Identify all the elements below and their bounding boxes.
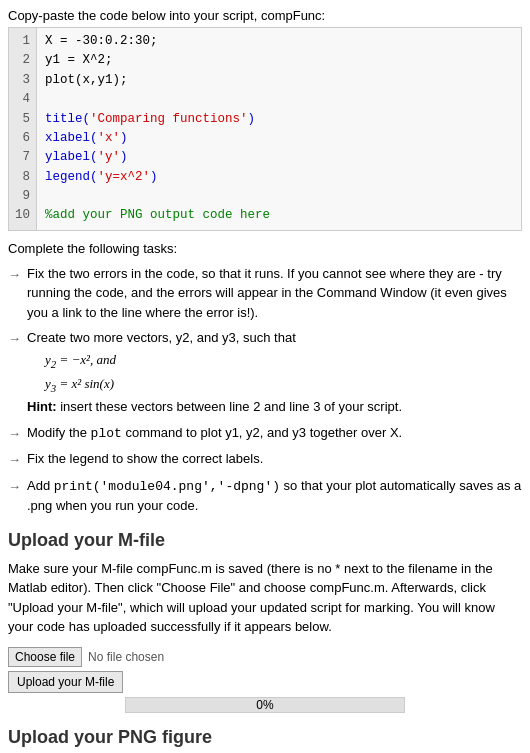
hint-text: Hint: insert these vectors between line …: [27, 397, 522, 417]
upload-png-title: Upload your PNG figure: [8, 727, 522, 748]
tasks-header: Complete the following tasks:: [8, 241, 522, 256]
arrow-icon-3: →: [8, 424, 21, 444]
task-text-4: Fix the legend to show the correct label…: [27, 449, 522, 469]
code-content: X = -30:0.2:30; y1 = X^2; plot(x,y1); ti…: [37, 28, 521, 230]
math-y2: y2 = −x², and: [45, 352, 116, 367]
arrow-icon-5: →: [8, 477, 21, 497]
mfile-upload-row: Choose file No file chosen: [8, 647, 522, 667]
line-numbers: 1 2 3 4 5 6 7 8 9 10: [9, 28, 37, 230]
mfile-progress-label: 0%: [256, 698, 273, 712]
mfile-choose-file-button[interactable]: Choose file: [8, 647, 82, 667]
task-list: → Fix the two errors in the code, so tha…: [8, 264, 522, 516]
task-item-2: → Create two more vectors, y2, and y3, s…: [8, 328, 522, 417]
task-item-3: → Modify the plot command to plot y1, y2…: [8, 423, 522, 444]
upload-mfile-button[interactable]: Upload your M-file: [8, 671, 123, 693]
task-item-1: → Fix the two errors in the code, so tha…: [8, 264, 522, 323]
task-text-3: Modify the plot command to plot y1, y2, …: [27, 423, 522, 444]
upload-mfile-title: Upload your M-file: [8, 530, 522, 551]
task-item-4: → Fix the legend to show the correct lab…: [8, 449, 522, 470]
mfile-progress-bar: 0%: [125, 697, 405, 713]
math-y3: y3 = x² sin(x): [45, 376, 114, 391]
arrow-icon-4: →: [8, 450, 21, 470]
upload-mfile-desc: Make sure your M-file compFunc.m is save…: [8, 559, 522, 637]
code-instruction: Copy-paste the code below into your scri…: [8, 8, 522, 23]
mfile-no-file-text: No file chosen: [88, 650, 164, 664]
task-text-1: Fix the two errors in the code, so that …: [27, 264, 522, 323]
task-text-5: Add print('module04.png','-dpng') so tha…: [27, 476, 522, 516]
task-text-2: Create two more vectors, y2, and y3, suc…: [27, 328, 522, 417]
task-item-5: → Add print('module04.png','-dpng') so t…: [8, 476, 522, 516]
arrow-icon-2: →: [8, 329, 21, 349]
arrow-icon-1: →: [8, 265, 21, 285]
code-block: 1 2 3 4 5 6 7 8 9 10 X = -30:0.2:30; y1 …: [8, 27, 522, 231]
